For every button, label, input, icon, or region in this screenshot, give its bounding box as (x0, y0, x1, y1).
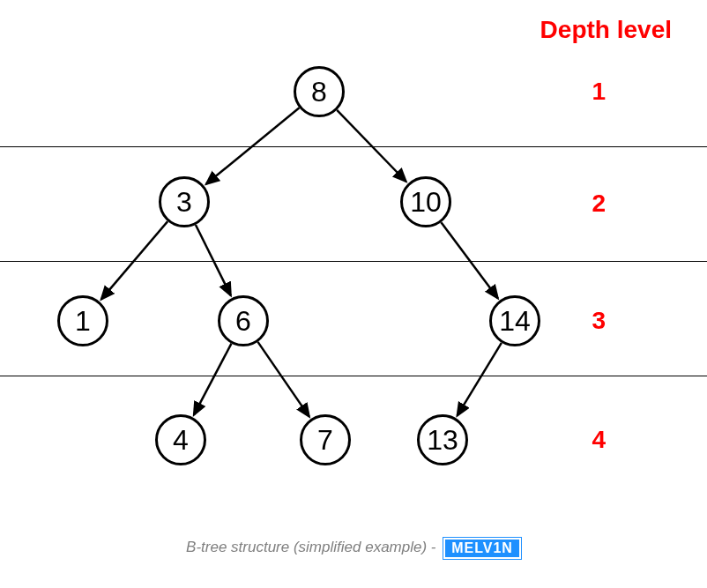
brand-badge: MELV1N (443, 538, 521, 559)
caption-text: B-tree structure (simplified example) - (186, 539, 440, 555)
depth-label-1: 1 (592, 78, 606, 106)
tree-node-1: 1 (57, 295, 108, 346)
tree-node-4: 4 (155, 414, 206, 465)
figure-caption: B-tree structure (simplified example) - … (0, 538, 707, 559)
node-value: 8 (311, 76, 327, 108)
node-value: 7 (317, 424, 333, 457)
level-divider (0, 261, 707, 262)
svg-line-6 (258, 342, 309, 417)
node-value: 6 (235, 305, 251, 338)
level-divider (0, 376, 707, 376)
tree-node-13: 13 (417, 414, 468, 465)
depth-label-2: 2 (592, 190, 606, 218)
tree-node-6: 6 (218, 295, 269, 346)
tree-node-10: 10 (400, 176, 451, 227)
svg-line-7 (458, 343, 502, 416)
svg-line-5 (194, 344, 232, 415)
node-value: 13 (427, 424, 458, 457)
node-value: 10 (410, 186, 442, 219)
depth-label-3: 3 (592, 307, 606, 335)
depth-label-4: 4 (592, 426, 606, 454)
level-divider (0, 146, 707, 147)
depth-level-header: Depth level (540, 16, 672, 44)
node-value: 3 (176, 186, 192, 219)
node-value: 4 (173, 424, 189, 457)
node-value: 14 (499, 305, 531, 338)
tree-node-8: 8 (294, 66, 345, 117)
tree-node-7: 7 (300, 414, 351, 465)
tree-node-14: 14 (489, 295, 540, 346)
node-value: 1 (75, 305, 91, 338)
tree-node-3: 3 (159, 176, 210, 227)
